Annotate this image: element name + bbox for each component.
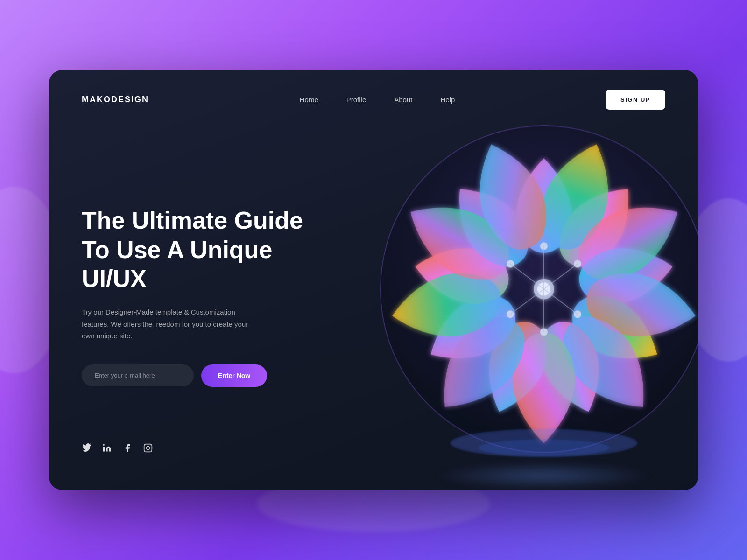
nav-item-home[interactable]: Home — [300, 96, 318, 104]
nav-link-help[interactable]: Help — [440, 96, 455, 104]
nav-item-about[interactable]: About — [394, 96, 412, 104]
navbar: MAKODESIGN Home Profile About Help SIGN … — [49, 70, 698, 110]
hero-content: The Ultimate Guide To Use A Unique UI/UX… — [82, 206, 315, 387]
enter-now-button[interactable]: Enter Now — [201, 364, 267, 387]
nav-links: Home Profile About Help — [300, 96, 455, 104]
facebook-icon[interactable] — [123, 443, 132, 455]
cta-row: Enter Now — [82, 364, 315, 387]
svg-rect-21 — [144, 444, 152, 452]
nav-item-help[interactable]: Help — [440, 96, 455, 104]
social-icons — [82, 443, 153, 455]
orb-reflection — [435, 462, 653, 490]
orb-svg — [362, 107, 698, 471]
main-card: MAKODESIGN Home Profile About Help SIGN … — [49, 70, 698, 490]
hero-section: The Ultimate Guide To Use A Unique UI/UX… — [49, 110, 698, 483]
svg-point-8 — [507, 310, 514, 318]
nav-link-home[interactable]: Home — [300, 96, 318, 104]
svg-point-19 — [479, 439, 609, 456]
nav-link-about[interactable]: About — [394, 96, 412, 104]
signup-button[interactable]: SIGN UP — [606, 90, 665, 110]
email-input[interactable] — [82, 364, 194, 386]
svg-point-23 — [150, 446, 151, 447]
hero-title: The Ultimate Guide To Use A Unique UI/UX — [82, 206, 315, 293]
nav-link-profile[interactable]: Profile — [346, 96, 366, 104]
twitter-icon[interactable] — [82, 443, 91, 455]
nav-item-profile[interactable]: Profile — [346, 96, 366, 104]
orb-container — [362, 107, 698, 471]
svg-point-22 — [147, 447, 150, 450]
hero-visual — [362, 107, 698, 471]
linkedin-icon[interactable] — [102, 443, 112, 455]
instagram-icon[interactable] — [143, 443, 153, 455]
svg-point-6 — [574, 310, 581, 318]
svg-point-20 — [103, 444, 105, 446]
logo: MAKODESIGN — [82, 95, 149, 105]
hero-subtitle: Try our Designer-Made template & Customi… — [82, 306, 259, 342]
